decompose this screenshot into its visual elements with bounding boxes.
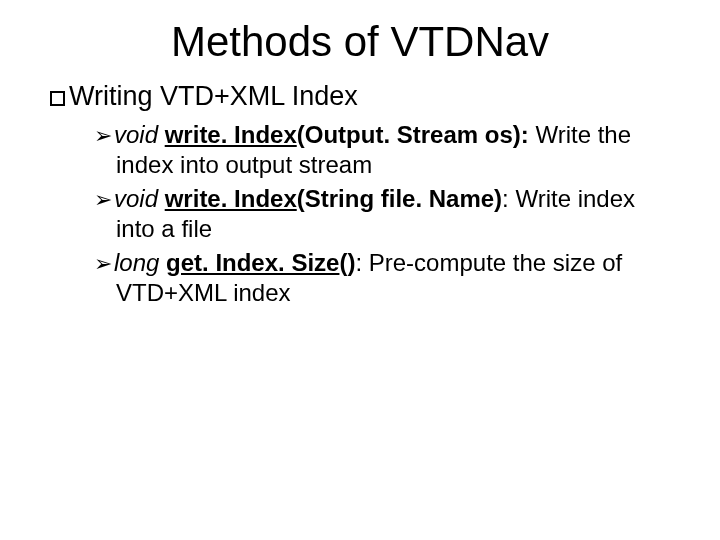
section-heading-row: Writing VTD+XML Index xyxy=(50,80,680,112)
square-bullet-icon xyxy=(50,91,65,106)
slide-title: Methods of VTDNav xyxy=(40,18,680,66)
slide: Methods of VTDNav Writing VTD+XML Index … xyxy=(0,0,720,540)
arrow-bullet-icon: ➢ xyxy=(94,123,112,148)
method-name: write. Index xyxy=(165,121,297,148)
method-name: write. Index xyxy=(165,185,297,212)
method-desc-lead: : Write xyxy=(502,185,571,212)
return-type: void xyxy=(114,121,158,148)
return-type: void xyxy=(114,185,158,212)
method-signature: (String file. Name) xyxy=(297,185,502,212)
section-heading: Writing VTD+XML Index xyxy=(69,81,358,111)
list-item: ➢void write. Index(String file. Name): W… xyxy=(94,184,680,244)
method-name: get. Index. Size xyxy=(166,249,339,276)
method-signature: () xyxy=(339,249,355,276)
arrow-bullet-icon: ➢ xyxy=(94,251,112,276)
arrow-bullet-icon: ➢ xyxy=(94,187,112,212)
method-signature: (Output. Stream os): xyxy=(297,121,529,148)
method-desc-lead: : Pre-compute the size xyxy=(355,249,595,276)
return-type: long xyxy=(114,249,159,276)
list-item: ➢long get. Index. Size(): Pre-compute th… xyxy=(94,248,680,308)
list-item: ➢void write. Index(Output. Stream os): W… xyxy=(94,120,680,180)
method-desc-lead: Write xyxy=(529,121,591,148)
